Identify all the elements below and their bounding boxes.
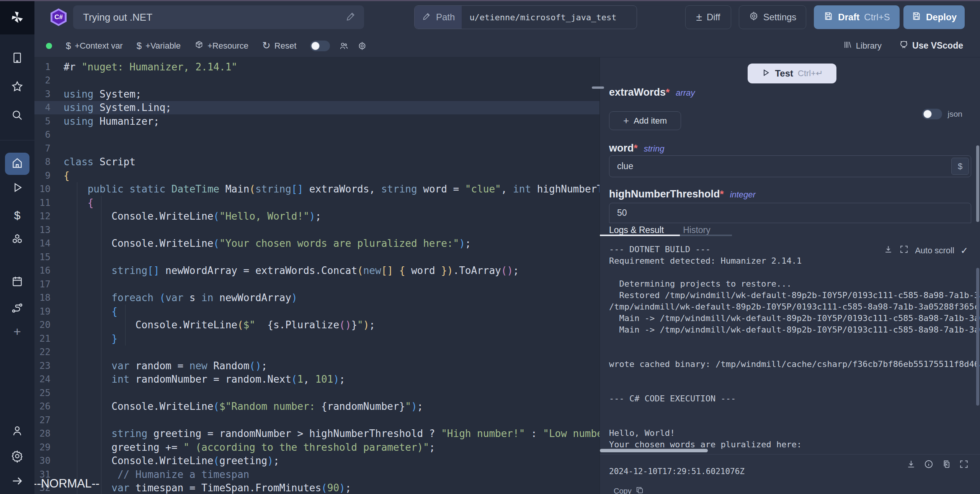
field-word-header: word* string	[609, 142, 664, 154]
code-line[interactable]: 12 Console.WriteLine("Hello, World!");	[34, 210, 599, 223]
sidebar-item-add[interactable]: +	[0, 320, 34, 342]
logs-panel[interactable]: --- DOTNET BUILD --- Requirement detecte…	[600, 236, 980, 454]
add-context-var-button[interactable]: $ +Context var	[66, 41, 123, 51]
code-line[interactable]: 6	[34, 128, 599, 142]
save-icon	[823, 11, 833, 23]
logs-pre: --- DOTNET BUILD --- Requirement detecte…	[609, 244, 980, 450]
add-variable-button[interactable]: $ +Variable	[137, 41, 181, 51]
sidebar-item-favorites[interactable]	[0, 76, 34, 98]
params-scrollbar[interactable]	[976, 145, 979, 222]
code-line[interactable]: 20 Console.WriteLine($" {s.Pluralize()}"…	[34, 318, 599, 332]
add-resource-button[interactable]: +Resource	[194, 40, 248, 52]
windmill-logo[interactable]	[0, 0, 34, 34]
download-icon[interactable]	[884, 245, 893, 256]
expand-icon[interactable]	[959, 459, 969, 471]
library-button[interactable]: Library	[843, 40, 882, 52]
code-line[interactable]: 11 {	[34, 196, 599, 210]
edit-title-pencil-icon[interactable]	[346, 11, 356, 24]
diff-button[interactable]: ± Diff	[685, 5, 731, 29]
draft-button[interactable]: Draft Ctrl+S	[814, 5, 900, 29]
script-path-field[interactable]: Path u/etienne/microsoft_java_test	[414, 5, 637, 29]
code-line[interactable]: 32 var timespan = TimeSpan.FromMinutes(9…	[34, 481, 599, 494]
sidebar-item-search[interactable]	[0, 105, 34, 127]
settings-button[interactable]: Settings	[739, 5, 806, 29]
sidebar-item-workflows[interactable]	[0, 298, 34, 320]
editor-settings-gear-icon[interactable]	[358, 41, 367, 51]
save-icon	[911, 11, 921, 23]
field-threshold-header: highNumberThreshold* integer	[609, 188, 756, 200]
code-line[interactable]: 3using System;	[34, 87, 599, 101]
tab-history[interactable]: History	[683, 225, 710, 235]
vim-mode-indicator: --NORMAL--	[34, 477, 100, 491]
code-line[interactable]: 23 var random = new Random();	[34, 359, 599, 373]
code-line[interactable]: 4using System.Linq;	[34, 101, 599, 115]
dollar-icon: $	[14, 209, 21, 222]
info-icon[interactable]	[924, 459, 934, 471]
code-line[interactable]: 8class Script	[34, 155, 599, 169]
sidebar-item-account[interactable]	[0, 421, 34, 443]
code-line[interactable]: 31 // Humanize a timespan	[34, 468, 599, 481]
threshold-input[interactable]: 50	[609, 203, 971, 223]
code-line[interactable]: 1#r "nuget: Humanizer, 2.14.1"	[34, 60, 599, 74]
deploy-button[interactable]: Deploy	[903, 5, 965, 29]
code-line[interactable]: 5using Humanizer;	[34, 114, 599, 128]
insert-variable-button[interactable]: $	[951, 158, 969, 175]
test-label: Test	[775, 68, 793, 79]
sidebar-item-schedules[interactable]	[0, 271, 34, 293]
code-line[interactable]: 27	[34, 413, 599, 427]
code-line[interactable]: 17	[34, 277, 599, 291]
script-title-input[interactable]: Trying out .NET	[73, 5, 364, 29]
use-vscode-label: Use VScode	[912, 41, 963, 51]
json-toggle[interactable]	[922, 109, 942, 119]
clipboard-icon[interactable]	[941, 459, 951, 471]
code-line[interactable]: 22	[34, 346, 599, 359]
add-item-button[interactable]: + Add item	[609, 111, 681, 130]
assistant-toggle[interactable]	[310, 41, 330, 51]
code-line[interactable]: 15	[34, 250, 599, 264]
code-line[interactable]: 7	[34, 142, 599, 155]
sidebar-item-settings[interactable]	[0, 446, 34, 468]
code-editor[interactable]: 1#r "nuget: Humanizer, 2.14.1"23using Sy…	[34, 57, 599, 494]
code-line[interactable]: 26 Console.WriteLine($"Random number: {r…	[34, 400, 599, 414]
code-line[interactable]: 21 }	[34, 332, 599, 346]
panel-resize-handle[interactable]	[592, 86, 604, 89]
logs-scrollbar[interactable]	[976, 268, 979, 406]
code-line[interactable]: 24 int randomNumber = random.Next(1, 101…	[34, 373, 599, 386]
copy-result-button[interactable]: Copy	[614, 486, 644, 494]
play-icon	[761, 68, 770, 79]
code-line[interactable]: 2	[34, 74, 599, 88]
code-line[interactable]: 25	[34, 386, 599, 400]
collaborators-icon[interactable]	[339, 41, 348, 51]
code-line[interactable]: 19 {	[34, 305, 599, 318]
autoscroll-checkbox[interactable]: ✓	[960, 245, 968, 256]
deploy-label: Deploy	[926, 12, 957, 23]
field-name: highNumberThreshold	[609, 188, 720, 200]
code-line[interactable]: 30 Console.WriteLine(greeting);	[34, 454, 599, 468]
logs-controls: Auto scroll ✓	[884, 245, 968, 256]
code-line[interactable]: 18 foreach (var s in newWordArray)	[34, 291, 599, 305]
code-line[interactable]: 28 string greeting = randomNumber > high…	[34, 427, 599, 441]
reset-button[interactable]: ↻ Reset	[262, 40, 296, 52]
use-vscode-button[interactable]: Use VScode	[899, 40, 963, 52]
sidebar-item-variables[interactable]: $	[0, 204, 34, 227]
sidebar-item-resources[interactable]	[0, 229, 34, 251]
sidebar-item-workspace[interactable]	[0, 47, 34, 70]
sidebar-item-runs[interactable]	[0, 177, 34, 199]
expand-icon[interactable]	[899, 245, 909, 256]
code-line[interactable]: 14 Console.WriteLine("Your chosen words …	[34, 237, 599, 251]
code-line[interactable]: 9{	[34, 169, 599, 183]
required-asterisk: *	[720, 188, 724, 200]
code-line[interactable]: 13	[34, 223, 599, 237]
sidebar-item-collapse[interactable]	[0, 471, 34, 493]
download-icon[interactable]	[906, 459, 916, 471]
csharp-language-icon: C#	[51, 8, 67, 26]
field-name: extraWords	[609, 86, 666, 98]
code-line[interactable]: 16 string[] newWordArray = extraWords.Co…	[34, 264, 599, 278]
code-line[interactable]: 29 greeting += " (according to the thres…	[34, 440, 599, 454]
logs-horizontal-scrollbar[interactable]	[600, 449, 708, 452]
tab-logs-result[interactable]: Logs & Result	[609, 225, 664, 235]
sidebar-item-home[interactable]	[5, 153, 29, 175]
word-input[interactable]: clue $	[609, 155, 971, 177]
code-line[interactable]: 10 public static DateTime Main(string[] …	[34, 183, 599, 196]
test-button[interactable]: Test Ctrl+↵	[748, 64, 836, 83]
